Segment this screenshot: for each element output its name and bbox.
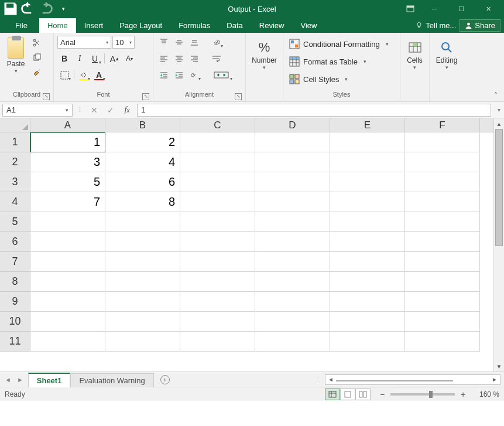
cell[interactable] xyxy=(255,252,330,272)
cell[interactable] xyxy=(180,192,255,212)
ribbon-display-options-icon[interactable] xyxy=(400,1,421,17)
zoom-slider[interactable] xyxy=(390,393,455,396)
hscroll-thumb[interactable] xyxy=(336,380,453,381)
column-header[interactable]: B xyxy=(105,118,180,132)
cell[interactable] xyxy=(105,292,180,312)
cell[interactable] xyxy=(180,132,255,152)
column-header[interactable]: E xyxy=(330,118,405,132)
orientation-button[interactable]: ab xyxy=(210,35,224,49)
row-header[interactable]: 11 xyxy=(0,332,30,352)
zoom-out-button[interactable]: − xyxy=(378,390,387,399)
align-left-button[interactable] xyxy=(157,52,171,66)
cell[interactable] xyxy=(255,212,330,232)
vscroll-thumb[interactable] xyxy=(495,129,503,246)
cell[interactable] xyxy=(405,212,480,232)
align-top-button[interactable] xyxy=(157,35,171,49)
column-header[interactable]: D xyxy=(255,118,330,132)
cell[interactable] xyxy=(180,212,255,232)
cell[interactable] xyxy=(405,172,480,192)
cell[interactable] xyxy=(405,232,480,252)
page-break-view-button[interactable] xyxy=(355,388,371,400)
column-header[interactable]: C xyxy=(180,118,255,132)
cell[interactable] xyxy=(330,292,405,312)
scroll-down-button[interactable]: ▼ xyxy=(494,361,504,372)
number-format-button[interactable]: % Number ▾ xyxy=(248,35,281,70)
horizontal-scrollbar[interactable]: ◄ ► xyxy=(325,374,500,385)
decrease-font-button[interactable]: A▾ xyxy=(122,52,136,66)
cell[interactable] xyxy=(30,292,105,312)
page-layout-view-button[interactable] xyxy=(340,388,355,400)
column-header[interactable]: A xyxy=(30,118,105,132)
row-header[interactable]: 10 xyxy=(0,312,30,332)
cell[interactable]: 2 xyxy=(105,132,180,152)
cell[interactable]: 3 xyxy=(30,152,105,172)
format-painter-button[interactable] xyxy=(30,67,43,80)
align-middle-button[interactable] xyxy=(172,35,186,49)
editing-button[interactable]: Editing ▾ xyxy=(433,35,460,91)
cell[interactable] xyxy=(330,172,405,192)
cell[interactable]: 7 xyxy=(30,192,105,212)
scroll-up-button[interactable]: ▲ xyxy=(494,118,504,129)
cell[interactable] xyxy=(330,272,405,292)
cell[interactable] xyxy=(330,132,405,152)
enter-formula-button[interactable]: ✓ xyxy=(105,105,116,115)
cell[interactable] xyxy=(255,312,330,332)
cell[interactable] xyxy=(255,332,330,352)
cell[interactable] xyxy=(405,192,480,212)
underline-button[interactable]: U xyxy=(88,52,102,66)
cell[interactable] xyxy=(255,152,330,172)
fill-color-button[interactable] xyxy=(77,68,91,82)
redo-icon[interactable] xyxy=(37,2,54,16)
alignment-launcher[interactable]: ⤡ xyxy=(235,93,242,100)
cell[interactable] xyxy=(255,192,330,212)
namebox-resize-handle[interactable]: ⋮ xyxy=(75,106,84,114)
row-header[interactable]: 4 xyxy=(0,192,30,212)
name-box[interactable]: A1▾ xyxy=(2,104,73,117)
bold-button[interactable]: B xyxy=(57,52,71,66)
cell[interactable] xyxy=(180,312,255,332)
sheet-tab-other[interactable]: Evaluation Warning xyxy=(70,373,153,387)
select-all-button[interactable] xyxy=(0,118,30,132)
merge-center-button[interactable] xyxy=(210,68,233,82)
row-header[interactable]: 2 xyxy=(0,152,30,172)
cell[interactable] xyxy=(255,272,330,292)
cell[interactable] xyxy=(180,292,255,312)
cell[interactable] xyxy=(405,312,480,332)
font-color-button[interactable]: A xyxy=(92,68,106,82)
insert-function-button[interactable]: fx xyxy=(122,105,132,115)
align-right-button[interactable] xyxy=(187,52,201,66)
wrap-text-button[interactable] xyxy=(210,52,224,66)
tab-data[interactable]: Data xyxy=(218,18,251,33)
cell[interactable] xyxy=(30,252,105,272)
cell[interactable] xyxy=(105,232,180,252)
tell-me-search[interactable]: Tell me... xyxy=(415,21,456,30)
italic-button[interactable]: I xyxy=(73,52,87,66)
tab-view[interactable]: View xyxy=(292,18,325,33)
cell[interactable] xyxy=(330,312,405,332)
conditional-formatting-button[interactable]: Conditional Formatting▾ xyxy=(287,36,396,52)
font-name-combo[interactable]: Arial▾ xyxy=(57,36,111,49)
cell[interactable] xyxy=(255,232,330,252)
cut-button[interactable] xyxy=(30,36,43,49)
tab-formulas[interactable]: Formulas xyxy=(170,18,218,33)
align-center-button[interactable] xyxy=(172,52,186,66)
zoom-slider-thumb[interactable] xyxy=(429,391,433,398)
cell[interactable] xyxy=(30,312,105,332)
increase-font-button[interactable]: A▴ xyxy=(107,52,121,66)
formula-input[interactable]: 1 xyxy=(137,104,491,117)
cells-button[interactable]: Cells ▾ xyxy=(404,35,426,91)
cell[interactable] xyxy=(330,332,405,352)
cell[interactable] xyxy=(255,292,330,312)
cell[interactable] xyxy=(30,232,105,252)
cell[interactable] xyxy=(105,212,180,232)
row-header[interactable]: 9 xyxy=(0,292,30,312)
minimize-button[interactable]: ─ xyxy=(421,1,448,17)
format-as-table-button[interactable]: Format as Table▾ xyxy=(287,54,396,69)
cell[interactable] xyxy=(105,332,180,352)
cell[interactable] xyxy=(330,192,405,212)
row-header[interactable]: 1 xyxy=(0,132,30,152)
save-icon[interactable] xyxy=(2,2,19,16)
row-header[interactable]: 3 xyxy=(0,172,30,192)
cell[interactable] xyxy=(405,152,480,172)
row-header[interactable]: 7 xyxy=(0,252,30,272)
